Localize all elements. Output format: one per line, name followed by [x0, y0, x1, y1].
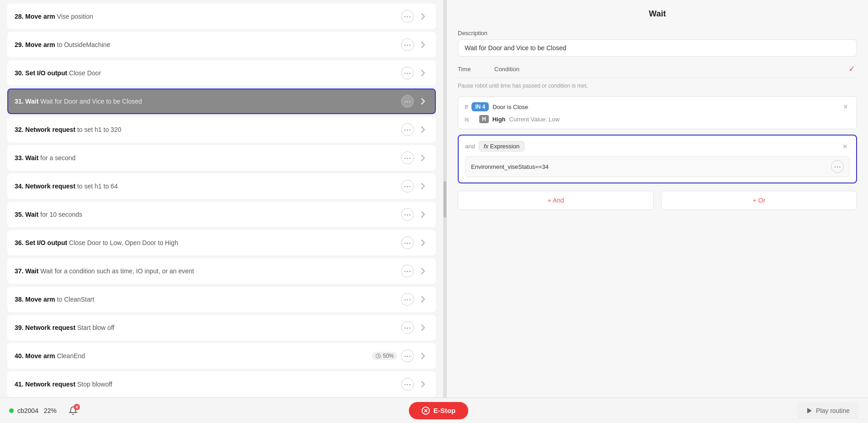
add-or-button[interactable]: + Or — [661, 191, 857, 210]
description-input[interactable]: Wait for Door and Vice to be Closed — [458, 39, 857, 57]
panel-title: Wait — [458, 9, 857, 19]
bottom-bar: cb2004 22% 4 E-Stop Play routine — [0, 397, 868, 423]
bell-badge: 4 — [74, 404, 80, 410]
step-item[interactable]: 31. Wait Wait for Door and Vice to be Cl… — [7, 89, 436, 114]
step-item[interactable]: 35. Wait for 10 seconds⋯ — [7, 202, 436, 227]
step-text: 28. Move arm Vise position — [15, 13, 401, 20]
step-item[interactable]: 37. Wait Wait for a condition such as ti… — [7, 258, 436, 284]
and-expression-row: and fx Expression ✕ — [465, 141, 850, 151]
step-chevron[interactable] — [418, 68, 429, 78]
step-chevron[interactable] — [418, 124, 429, 135]
step-chevron[interactable] — [418, 152, 429, 163]
step-text: 34. Network request to set h1 to 64 — [15, 183, 401, 190]
step-item[interactable]: 29. Move arm to OutsideMachine⋯ — [7, 32, 436, 57]
step-options-button[interactable]: ⋯ — [401, 208, 414, 221]
step-options-button[interactable]: ⋯ — [401, 151, 414, 164]
close-if-button[interactable]: ✕ — [841, 102, 850, 111]
step-options-button[interactable]: ⋯ — [401, 293, 414, 306]
step-options-button[interactable]: ⋯ — [401, 180, 414, 193]
fx-icon: fx — [484, 143, 488, 150]
step-item[interactable]: 40. Move arm CleanEnd50%⋯ — [7, 343, 436, 369]
condition-row: If IN 4 Door is Close ✕ — [465, 102, 850, 111]
step-right: ⋯ — [401, 378, 429, 391]
step-text: 39. Network request Start blow off — [15, 324, 401, 331]
step-item[interactable]: 39. Network request Start blow off⋯ — [7, 315, 436, 340]
step-item[interactable]: 38. Move arm to CleanStart⋯ — [7, 287, 436, 312]
step-item[interactable]: 36. Set I/O output Close Door to Low, Op… — [7, 230, 436, 256]
step-chevron[interactable] — [418, 350, 429, 361]
step-chevron[interactable] — [418, 294, 429, 305]
step-right: ⋯ — [401, 38, 429, 51]
expression-block: and fx Expression ✕ ⋯ — [458, 135, 857, 183]
step-item[interactable]: 28. Move arm Vise position⋯ — [7, 4, 436, 29]
steps-list: 28. Move arm Vise position⋯29. Move arm … — [0, 0, 443, 397]
and-label: and — [465, 143, 475, 150]
expression-input[interactable] — [471, 163, 831, 170]
current-value: Current Value: Low — [509, 116, 560, 123]
svg-marker-3 — [807, 408, 812, 413]
in4-badge[interactable]: IN 4 — [471, 102, 489, 111]
step-options-button[interactable]: ⋯ — [401, 236, 414, 249]
condition-label: Condition — [494, 66, 848, 73]
step-item[interactable]: 34. Network request to set h1 to 64⋯ — [7, 173, 436, 199]
estop-button[interactable]: E-Stop — [409, 402, 468, 419]
step-chevron[interactable] — [418, 322, 429, 333]
estop-label: E-Stop — [434, 407, 455, 414]
status-percentage: 22% — [44, 407, 57, 414]
step-item[interactable]: 33. Wait for a second⋯ — [7, 145, 436, 171]
step-chevron[interactable] — [418, 209, 429, 220]
play-label: Play routine — [816, 407, 850, 414]
close-expression-button[interactable]: ✕ — [841, 142, 850, 151]
step-text: 40. Move arm CleanEnd — [15, 352, 372, 360]
bell-button[interactable]: 4 — [66, 403, 80, 418]
step-options-button[interactable]: ⋯ — [401, 10, 414, 23]
expression-options-button[interactable]: ⋯ — [831, 160, 844, 173]
if-condition-block: If IN 4 Door is Close ✕ is H High Curren… — [458, 96, 857, 129]
step-text: 36. Set I/O output Close Door to Low, Op… — [15, 239, 401, 246]
condition-text: Door is Close — [492, 104, 528, 110]
scroll-thumb — [444, 181, 446, 218]
estop-icon — [422, 407, 430, 415]
step-text: 41. Network request Stop blowoff — [15, 381, 401, 388]
step-options-button[interactable]: ⋯ — [401, 321, 414, 334]
step-chevron[interactable] — [418, 237, 429, 248]
right-panel: Wait Description Wait for Door and Vice … — [447, 0, 868, 397]
step-right: ⋯ — [401, 67, 429, 79]
scroll-divider — [443, 0, 447, 397]
fx-badge[interactable]: fx Expression — [479, 141, 524, 151]
h-badge: H — [479, 115, 489, 123]
add-row: + And + Or — [458, 191, 857, 210]
step-right: ⋯ — [401, 321, 429, 334]
step-chevron[interactable] — [418, 181, 429, 192]
is-row: is H High Current Value: Low — [465, 115, 850, 123]
step-right: ⋯ — [401, 236, 429, 249]
play-routine-button[interactable]: Play routine — [797, 402, 859, 419]
step-item[interactable]: 30. Set I/O output Close Door⋯ — [7, 60, 436, 86]
step-options-button[interactable]: ⋯ — [401, 95, 414, 108]
step-options-button[interactable]: ⋯ — [401, 378, 414, 391]
step-options-button[interactable]: ⋯ — [401, 67, 414, 79]
step-right: ⋯ — [401, 10, 429, 23]
time-condition-row: Time Condition ✓ — [458, 64, 857, 74]
add-and-button[interactable]: + And — [458, 191, 654, 210]
high-label: High — [492, 116, 506, 123]
step-chevron[interactable] — [418, 266, 429, 277]
if-label: If — [465, 104, 468, 110]
step-item[interactable]: 32. Network request to set h1 to 320⋯ — [7, 117, 436, 142]
time-label: Time — [458, 66, 494, 73]
step-chevron[interactable] — [418, 96, 429, 107]
step-chevron[interactable] — [418, 379, 429, 390]
step-options-button[interactable]: ⋯ — [401, 265, 414, 277]
step-chevron[interactable] — [418, 39, 429, 50]
step-chevron[interactable] — [418, 11, 429, 22]
step-right: ⋯ — [401, 208, 429, 221]
step-options-button[interactable]: ⋯ — [401, 38, 414, 51]
step-right: ⋯ — [401, 293, 429, 306]
description-label: Description — [458, 30, 857, 37]
step-options-button[interactable]: ⋯ — [401, 350, 414, 362]
step-text: 30. Set I/O output Close Door — [15, 69, 401, 77]
step-text: 37. Wait Wait for a condition such as ti… — [15, 267, 401, 275]
step-text: 32. Network request to set h1 to 320 — [15, 126, 401, 133]
step-item[interactable]: 41. Network request Stop blowoff⋯ — [7, 371, 436, 397]
step-options-button[interactable]: ⋯ — [401, 123, 414, 136]
